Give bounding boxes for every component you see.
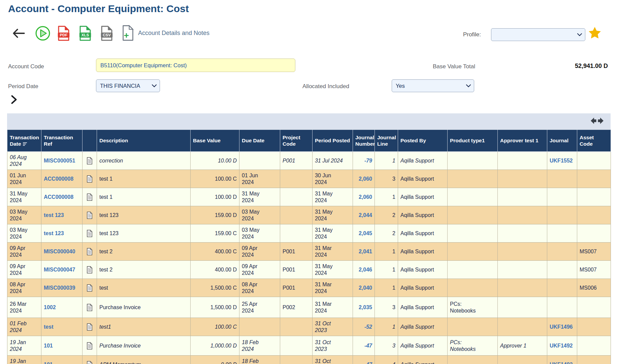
profile-select[interactable]	[491, 28, 585, 41]
column-header-project-code[interactable]: Project Code	[280, 130, 313, 152]
column-header-asset-code[interactable]: Asset Code	[577, 130, 611, 152]
transaction-ref-link[interactable]: MISC000040	[44, 249, 75, 254]
run-button[interactable]	[35, 26, 51, 41]
posted-by-text: Aqilla Support	[400, 212, 434, 218]
table-row: 31 May 2024ACC000008test 1100.00 D31 May…	[7, 188, 611, 206]
chevron-down-icon	[577, 33, 582, 36]
cell-transaction-ref: test	[41, 318, 83, 336]
journal-number-link[interactable]: 2,035	[359, 304, 372, 310]
cell-product-type1	[448, 318, 498, 336]
attachment-button[interactable]	[85, 284, 94, 292]
column-header-posted-by[interactable]: Posted By	[398, 130, 448, 152]
cell-journal-line: 3	[375, 336, 398, 356]
expand-filters-button[interactable]	[10, 95, 18, 104]
period-date-select[interactable]: THIS FINANCIA	[96, 79, 160, 92]
attachment-button[interactable]	[85, 342, 94, 350]
resize-columns-button[interactable]	[590, 116, 604, 126]
account-code-input[interactable]	[96, 59, 295, 72]
column-header-journal-line[interactable]: Journal Line	[375, 130, 398, 152]
journal-number-link[interactable]: 2,045	[359, 230, 372, 236]
cell-attachment	[83, 336, 97, 356]
column-header-due-date[interactable]: Due Date	[239, 130, 280, 152]
cell-attachment	[83, 318, 97, 336]
star-icon	[588, 27, 601, 39]
journal-link[interactable]: UKF1496	[550, 324, 573, 330]
column-header-product-type1[interactable]: Product type1	[448, 130, 498, 152]
attachment-button[interactable]	[85, 157, 94, 165]
transaction-ref-link[interactable]: test 123	[44, 212, 64, 218]
column-header-base-value[interactable]: Base Value	[191, 130, 239, 152]
attachment-button[interactable]	[85, 304, 94, 311]
attachment-button[interactable]	[85, 212, 94, 219]
cell-approver-test-1	[498, 261, 547, 279]
attachment-button[interactable]	[85, 175, 94, 183]
due-date-text: 03 May 2024	[242, 209, 259, 221]
journal-number-link[interactable]: 2,044	[359, 212, 372, 218]
cell-posted-by: Aqilla Support	[398, 170, 448, 188]
column-header-transaction-ref[interactable]: Transaction Ref	[41, 130, 83, 152]
transaction-ref-link[interactable]: MISC000039	[44, 285, 75, 291]
cell-project-code	[280, 356, 313, 364]
column-header-transaction-date[interactable]: Transaction Date	[7, 130, 41, 152]
transactions-table-container: Transaction DateTransaction RefDescripti…	[7, 130, 611, 364]
attachment-button[interactable]	[85, 248, 94, 255]
journal-number-link[interactable]: -47	[364, 343, 372, 349]
column-header-description[interactable]: Description	[97, 130, 191, 152]
journal-link[interactable]: UKF1492	[550, 362, 573, 364]
transaction-ref-link[interactable]: test 123	[44, 230, 64, 236]
attachment-document-icon	[87, 157, 93, 165]
back-button[interactable]	[11, 28, 26, 39]
column-header-approver-test-1[interactable]: Approver test 1	[498, 130, 547, 152]
attachment-button[interactable]	[85, 361, 94, 364]
cell-journal: UKF1496	[547, 318, 577, 336]
cell-journal-line: 1	[375, 152, 398, 170]
attachment-button[interactable]	[85, 193, 94, 201]
export-xls-button[interactable]: XLS	[79, 26, 92, 41]
account-details-notes-button[interactable]: + Account Details and Notes	[122, 25, 209, 41]
transaction-ref-link[interactable]: 101	[44, 362, 53, 364]
transaction-ref-link[interactable]: 101	[44, 343, 53, 349]
attachment-button[interactable]	[85, 323, 94, 331]
attachment-button[interactable]	[85, 230, 94, 237]
profile-label: Profile:	[463, 31, 481, 38]
journal-number-link[interactable]: 2,046	[359, 267, 372, 272]
journal-link[interactable]: UKF1492	[550, 343, 573, 349]
attachment-button[interactable]	[85, 266, 94, 274]
cell-journal	[547, 297, 577, 318]
export-csv-button[interactable]: CSV	[100, 26, 113, 41]
journal-number-link[interactable]: -79	[364, 158, 372, 163]
journal-number-link[interactable]: 2,040	[359, 285, 372, 291]
period-posted-text: 31 Oct 2023	[315, 321, 331, 333]
description-text: correction	[99, 158, 123, 163]
journal-number-link[interactable]: 2,060	[359, 176, 372, 182]
transaction-ref-link[interactable]: ACC000008	[44, 176, 73, 182]
cell-base-value: 400.00 C	[191, 243, 239, 261]
journal-number-link[interactable]: 2,041	[359, 249, 372, 254]
cell-journal: UKF1552	[547, 152, 577, 170]
attachment-document-icon	[87, 248, 93, 255]
column-header-journal-number[interactable]: Journal Number	[353, 130, 375, 152]
transaction-ref-link[interactable]: MISC000047	[44, 267, 75, 272]
period-date-label: Period Date	[8, 83, 38, 90]
column-header-period-posted[interactable]: Period Posted	[313, 130, 353, 152]
export-pdf-button[interactable]: PDF	[57, 26, 70, 41]
journal-number-link[interactable]: -47	[364, 362, 372, 364]
transaction-date-text: 06 Aug 2024	[10, 154, 27, 167]
journal-number-link[interactable]: 2,060	[359, 194, 372, 200]
allocated-included-select[interactable]: Yes	[392, 79, 474, 92]
favorite-button[interactable]	[588, 27, 601, 39]
transaction-ref-link[interactable]: MISC000051	[44, 158, 75, 163]
column-header-journal[interactable]: Journal	[547, 130, 577, 152]
table-row: 03 May 2024test 123test 123159.00 C03 Ma…	[7, 224, 611, 243]
description-text: test 2	[99, 249, 112, 254]
transaction-ref-link[interactable]: ACC000008	[44, 194, 73, 200]
journal-number-link[interactable]: -52	[364, 324, 372, 330]
cell-due-date: 08 Apr 2024	[239, 279, 280, 297]
transaction-ref-link[interactable]: 1002	[44, 304, 56, 310]
column-header-attachment[interactable]	[83, 130, 97, 152]
asset-code-text: MS007	[580, 267, 597, 272]
cell-base-value: 10.00 D	[191, 152, 239, 170]
transaction-ref-link[interactable]: test	[44, 324, 53, 330]
journal-link[interactable]: UKF1552	[550, 158, 573, 163]
description-text: Purchase Invoice	[99, 343, 141, 349]
